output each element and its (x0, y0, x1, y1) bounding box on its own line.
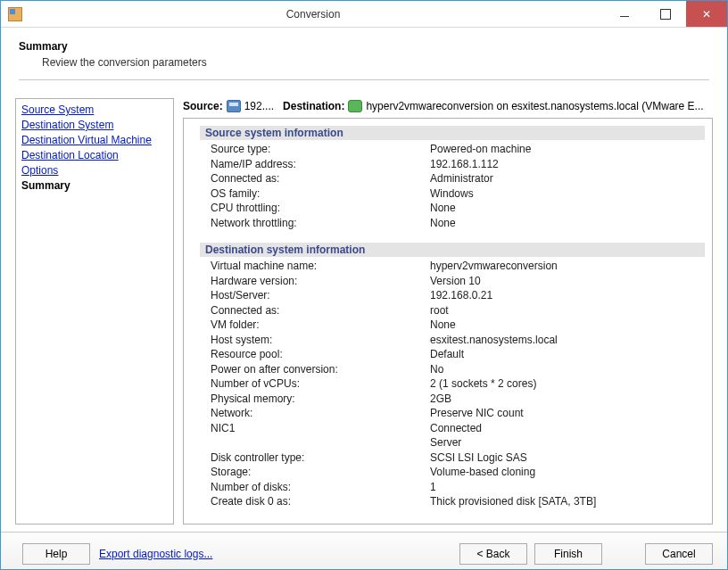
summary-row: Source type:Powered-on machine (200, 142, 708, 157)
summary-row: NIC1Connected (200, 421, 708, 436)
help-button[interactable]: Help (22, 543, 90, 565)
destination-value: hyperv2vmwareconversion on esxitest.nano… (366, 100, 703, 112)
maximize-button[interactable] (645, 1, 686, 27)
section-header-source: Source system information (200, 126, 705, 140)
cancel-button[interactable]: Cancel (645, 543, 713, 565)
summary-row: CPU throttling:None (200, 201, 708, 216)
export-logs-link[interactable]: Export diagnostic logs... (99, 548, 212, 560)
sidebar-item-summary: Summary (21, 178, 168, 194)
sidebar-item-destination-location[interactable]: Destination Location (21, 148, 168, 163)
summary-row: OS family:Windows (200, 186, 708, 202)
back-button[interactable]: < Back (459, 543, 527, 565)
summary-row: VM folder:None (200, 318, 708, 333)
page-title: Summary (19, 40, 709, 53)
summary-row: Network throttling:None (200, 216, 708, 231)
window-controls (604, 1, 727, 27)
source-label: Source: (183, 100, 223, 112)
summary-row: Connected as:root (200, 303, 708, 318)
summary-row: Virtual machine name:hyperv2vmwareconver… (200, 259, 708, 274)
summary-row: Create disk 0 as:Thick provisioned disk … (200, 494, 708, 509)
summary-row: Server (200, 435, 708, 450)
page-subtitle: Review the conversion parameters (42, 56, 709, 69)
summary-row: Number of disks:1 (200, 480, 708, 495)
summary-row: Number of vCPUs:2 (1 sockets * 2 cores) (200, 376, 708, 392)
sidebar-item-options[interactable]: Options (21, 163, 168, 178)
minimize-button[interactable] (604, 1, 645, 27)
summary-row: Network:Preserve NIC count (200, 406, 708, 421)
divider (19, 79, 709, 80)
close-button[interactable] (686, 1, 727, 27)
section-header-destination: Destination system information (200, 243, 705, 257)
wizard-header: Summary Review the conversion parameters (1, 28, 727, 89)
summary-row: Hardware version:Version 10 (200, 274, 708, 289)
summary-row: Storage:Volume-based cloning (200, 465, 708, 480)
destination-label: Destination: (283, 100, 344, 112)
sidebar-item-destination-vm[interactable]: Destination Virtual Machine (21, 133, 168, 148)
main-panel: Source: 192.... Destination: hyperv2vmwa… (183, 98, 713, 525)
wizard-steps-sidebar: Source System Destination System Destina… (15, 98, 174, 525)
summary-row: Connected as:Administrator (200, 171, 708, 186)
wizard-footer: Help Export diagnostic logs... < Back Fi… (1, 532, 727, 570)
app-icon (8, 7, 22, 21)
summary-row: Power on after conversion:No (200, 362, 708, 377)
summary-row: Resource pool:Default (200, 347, 708, 362)
sidebar-item-source-system[interactable]: Source System (21, 103, 168, 118)
finish-button[interactable]: Finish (534, 543, 602, 565)
wizard-body: Source System Destination System Destina… (1, 89, 727, 532)
summary-details-panel: Source system information Source type:Po… (183, 118, 713, 525)
summary-row: Physical memory:2GB (200, 392, 708, 407)
summary-row: Name/IP address:192.168.1.112 (200, 157, 708, 172)
sidebar-item-destination-system[interactable]: Destination System (21, 118, 168, 133)
source-value: 192.... (244, 100, 274, 112)
vm-icon (348, 100, 362, 112)
host-icon (227, 100, 241, 112)
titlebar: Conversion (1, 1, 727, 28)
window-title: Conversion (22, 8, 604, 21)
summary-row: Host/Server:192.168.0.21 (200, 288, 708, 303)
summary-scroll[interactable]: Source system information Source type:Po… (184, 119, 712, 524)
summary-row: Disk controller type:SCSI LSI Logic SAS (200, 450, 708, 466)
summary-row: Host system:esxitest.nanosystems.local (200, 333, 708, 348)
source-destination-bar: Source: 192.... Destination: hyperv2vmwa… (183, 98, 713, 118)
